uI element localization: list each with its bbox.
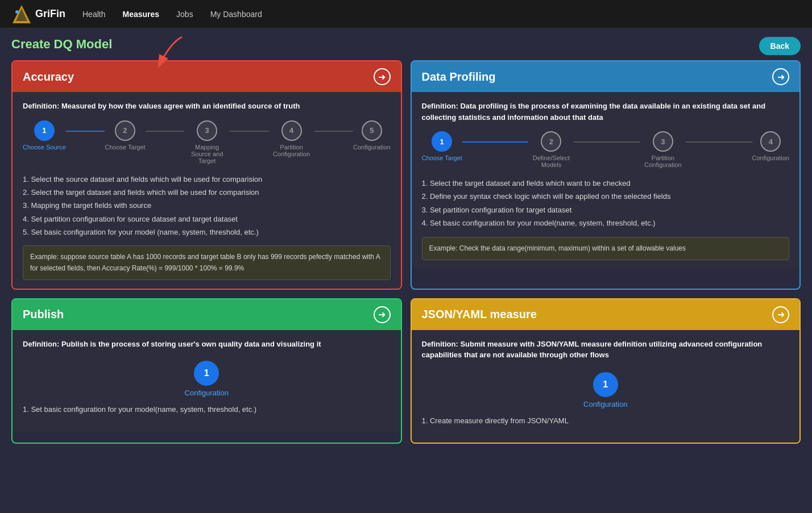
- accuracy-header: Accuracy ➜: [13, 61, 401, 92]
- profiling-step-desc-3: 3. Set partition configuration for targe…: [422, 203, 790, 216]
- nav-measures[interactable]: Measures: [122, 10, 159, 19]
- profiling-step-1: 1 Choose Target: [422, 131, 462, 161]
- profiling-header: Data Profiling ➜: [412, 61, 800, 92]
- profiling-body: Definition: Data profiling is the proces…: [412, 92, 800, 269]
- json-step-desc-1: 1. Create measure directly from JSON/YAM…: [422, 414, 790, 427]
- step-label-1: Choose Source: [23, 144, 66, 151]
- publish-title: Publish: [23, 308, 64, 321]
- step-line-4: [314, 131, 353, 132]
- p-step-circle-1: 1: [432, 131, 452, 152]
- json-title: JSON/YAML measure: [422, 308, 537, 321]
- json-step: 1 Configuration: [422, 372, 790, 408]
- profiling-example: Example: Check the data range(minimum, m…: [422, 237, 790, 260]
- step-circle-3: 3: [197, 120, 217, 141]
- p-step-line-3: [686, 141, 752, 143]
- navbar: GriFin Health Measures Jobs My Dashboard: [0, 0, 812, 28]
- profiling-step-desc-1: 1. Select the target dataset and fields …: [422, 177, 790, 190]
- profiling-nav-button[interactable]: ➜: [772, 68, 789, 85]
- accuracy-example: Example: suppose source table A has 1000…: [23, 245, 391, 280]
- step-circle-4: 4: [281, 120, 302, 141]
- step-label-2: Choose Target: [105, 144, 145, 151]
- accuracy-definition: Definition: Measured by how the values a…: [23, 101, 391, 112]
- nav-health[interactable]: Health: [82, 10, 105, 19]
- json-nav-button[interactable]: ➜: [772, 306, 789, 323]
- logo-text: GriFin: [35, 8, 65, 20]
- accuracy-nav-button[interactable]: ➜: [374, 68, 391, 85]
- publish-header: Publish ➜: [13, 299, 401, 330]
- accuracy-example-text: Example: suppose source table A has 1000…: [30, 253, 380, 272]
- accuracy-stepper: 1 Choose Source 2 Choose Target 3 Mappin…: [23, 120, 391, 164]
- logo-icon: [11, 4, 32, 24]
- accuracy-card: Accuracy ➜ Definition: Measured by how t…: [11, 60, 402, 290]
- accuracy-step-3: 3 Mapping Source and Target: [184, 120, 230, 164]
- accuracy-step-1: 1 Choose Source: [23, 120, 66, 151]
- json-header: JSON/YAML measure ➜: [412, 299, 800, 330]
- step-label-4: Partition Configuration: [269, 144, 314, 157]
- back-button[interactable]: Back: [759, 37, 801, 55]
- publish-step-desc-1: 1. Set basic configuration for your mode…: [23, 403, 391, 416]
- profiling-step-desc-2: 2. Define your syntax check logic which …: [422, 190, 790, 203]
- json-body: Definition: Submit measure with JSON/YAM…: [412, 330, 800, 443]
- json-steps-list: 1. Create measure directly from JSON/YAM…: [422, 414, 790, 427]
- json-card: JSON/YAML measure ➜ Definition: Submit m…: [411, 298, 801, 444]
- step-line-2: [146, 131, 184, 132]
- nav-links: Health Measures Jobs My Dashboard: [82, 10, 262, 19]
- profiling-step-desc-4: 4. Set basic configuration for your mode…: [422, 216, 790, 230]
- accuracy-step-desc-4: 4. Set partition configuration for sourc…: [23, 212, 391, 226]
- p-step-circle-4: 4: [760, 131, 781, 152]
- cards-grid: Accuracy ➜ Definition: Measured by how t…: [11, 60, 801, 444]
- p-step-label-2: Define/Select Models: [528, 155, 574, 168]
- svg-point-2: [15, 10, 19, 14]
- publish-step-circle: 1: [194, 361, 219, 386]
- profiling-step-3: 3 Partition Configuration: [640, 131, 686, 168]
- profiling-example-text: Example: Check the data range(minimum, m…: [429, 244, 686, 252]
- accuracy-body: Definition: Measured by how the values a…: [13, 92, 401, 289]
- p-step-circle-3: 3: [653, 131, 673, 152]
- profiling-steps-list: 1. Select the target dataset and fields …: [422, 177, 790, 230]
- accuracy-step-desc-1: 1. Select the source dataset and fields …: [23, 173, 391, 186]
- publish-nav-button[interactable]: ➜: [374, 306, 391, 323]
- accuracy-steps-list: 1. Select the source dataset and fields …: [23, 173, 391, 239]
- profiling-card: Data Profiling ➜ Definition: Data profil…: [411, 60, 801, 290]
- p-step-label-1: Choose Target: [422, 155, 462, 161]
- p-step-line-1: [462, 141, 529, 143]
- step-line-3: [230, 131, 268, 132]
- json-step-circle: 1: [593, 372, 618, 397]
- profiling-title: Data Profiling: [422, 70, 496, 84]
- json-step-label: Configuration: [583, 400, 627, 408]
- profiling-stepper: 1 Choose Target 2 Define/Select Models 3…: [422, 131, 790, 168]
- publish-definition: Definition: Publish is the process of st…: [23, 339, 391, 350]
- logo[interactable]: GriFin: [11, 4, 65, 24]
- accuracy-step-5: 5 Configuration: [353, 120, 390, 151]
- profiling-step-2: 2 Define/Select Models: [528, 131, 574, 168]
- step-circle-5: 5: [362, 120, 382, 141]
- p-step-line-2: [574, 141, 640, 143]
- step-label-3: Mapping Source and Target: [184, 144, 230, 164]
- step-line-1: [66, 131, 105, 132]
- publish-steps-list: 1. Set basic configuration for your mode…: [23, 403, 391, 416]
- profiling-definition: Definition: Data profiling is the proces…: [422, 101, 790, 123]
- accuracy-title: Accuracy: [23, 70, 74, 84]
- step-circle-2: 2: [115, 120, 135, 141]
- accuracy-step-2: 2 Choose Target: [105, 120, 145, 151]
- main-content: Create DQ Model Back Accuracy ➜ Definiti…: [0, 28, 812, 513]
- step-circle-1: 1: [34, 120, 55, 141]
- publish-step-label: Configuration: [185, 389, 229, 397]
- accuracy-step-desc-2: 2. Select the target dataset and fields …: [23, 186, 391, 199]
- p-step-circle-2: 2: [541, 131, 561, 152]
- p-step-label-3: Partition Configuration: [640, 155, 686, 168]
- accuracy-step-desc-3: 3. Mapping the target fields with source: [23, 199, 391, 212]
- nav-dashboard[interactable]: My Dashboard: [210, 10, 262, 19]
- page-title: Create DQ Model: [11, 37, 801, 52]
- step-label-5: Configuration: [353, 144, 390, 151]
- publish-body: Definition: Publish is the process of st…: [13, 330, 401, 432]
- publish-step: 1 Configuration: [23, 361, 391, 397]
- accuracy-step-4: 4 Partition Configuration: [269, 120, 314, 157]
- nav-jobs[interactable]: Jobs: [176, 10, 193, 19]
- publish-card: Publish ➜ Definition: Publish is the pro…: [11, 298, 402, 444]
- accuracy-step-desc-5: 5. Set basic configuration for your mode…: [23, 226, 391, 239]
- profiling-step-4: 4 Configuration: [752, 131, 789, 161]
- p-step-label-4: Configuration: [752, 155, 789, 161]
- json-definition: Definition: Submit measure with JSON/YAM…: [422, 339, 790, 361]
